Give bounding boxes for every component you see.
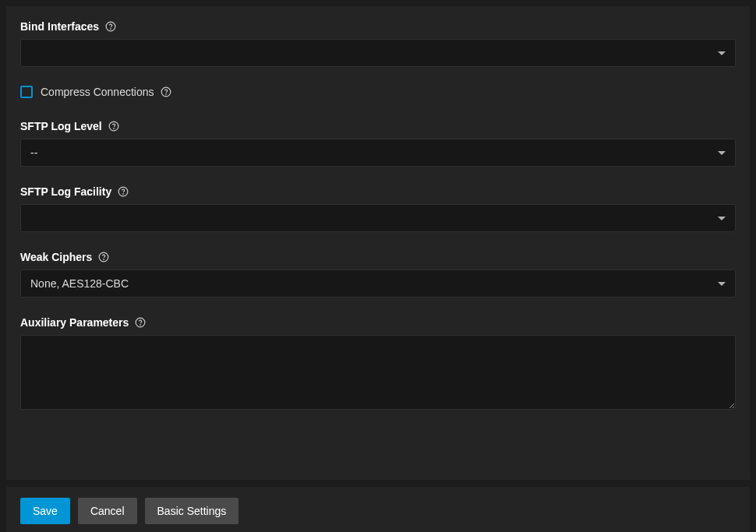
sftp-log-level-select[interactable]: -- <box>20 139 736 167</box>
help-icon[interactable] <box>108 121 119 132</box>
help-icon[interactable] <box>98 252 109 262</box>
weak-ciphers-select[interactable]: None, AES128-CBC <box>20 270 736 298</box>
compress-connections-label: Compress Connections <box>41 86 154 98</box>
weak-ciphers-label-text: Weak Ciphers <box>20 251 92 263</box>
sftp-log-level-label: SFTP Log Level <box>20 120 736 132</box>
sftp-log-level-label-text: SFTP Log Level <box>20 120 102 132</box>
auxiliary-parameters-label: Auxiliary Parameters <box>20 316 736 329</box>
bind-interfaces-label-text: Bind Interfaces <box>20 20 99 33</box>
help-icon[interactable] <box>105 21 116 32</box>
chevron-down-icon <box>718 282 726 286</box>
compress-connections-checkbox[interactable] <box>20 86 33 98</box>
sftp-log-facility-select[interactable] <box>20 204 736 232</box>
help-icon[interactable] <box>161 86 171 97</box>
chevron-down-icon <box>718 151 726 155</box>
weak-ciphers-label: Weak Ciphers <box>20 251 736 263</box>
weak-ciphers-group: Weak Ciphers None, AES128-CBC <box>20 251 736 298</box>
help-icon[interactable] <box>135 317 146 328</box>
sftp-log-facility-group: SFTP Log Facility <box>20 185 736 232</box>
bind-interfaces-label: Bind Interfaces <box>20 20 736 33</box>
bind-interfaces-group: Bind Interfaces <box>20 20 736 67</box>
chevron-down-icon <box>718 51 726 55</box>
svg-point-11 <box>140 325 141 326</box>
svg-point-5 <box>113 129 114 129</box>
sftp-log-facility-label: SFTP Log Facility <box>20 185 736 198</box>
sftp-log-level-group: SFTP Log Level -- <box>20 120 736 167</box>
chevron-down-icon <box>718 217 726 220</box>
save-button[interactable]: Save <box>20 498 70 524</box>
svg-point-1 <box>111 29 111 30</box>
svg-point-9 <box>104 259 104 260</box>
auxiliary-parameters-textarea[interactable] <box>20 335 736 410</box>
svg-point-3 <box>165 94 166 95</box>
sftp-log-level-value: -- <box>30 146 718 159</box>
sftp-log-facility-label-text: SFTP Log Facility <box>20 185 111 198</box>
auxiliary-parameters-label-text: Auxiliary Parameters <box>20 316 129 329</box>
basic-settings-button[interactable]: Basic Settings <box>145 498 239 524</box>
compress-connections-row: Compress Connections <box>20 86 736 98</box>
bind-interfaces-select[interactable] <box>20 39 736 67</box>
cancel-button[interactable]: Cancel <box>78 498 137 524</box>
svg-point-7 <box>123 194 124 195</box>
form-container: Bind Interfaces Compress Connections <box>6 6 750 480</box>
button-bar: Save Cancel Basic Settings <box>6 486 750 532</box>
weak-ciphers-value: None, AES128-CBC <box>30 277 718 290</box>
help-icon[interactable] <box>118 186 129 197</box>
auxiliary-parameters-group: Auxiliary Parameters <box>20 316 736 412</box>
